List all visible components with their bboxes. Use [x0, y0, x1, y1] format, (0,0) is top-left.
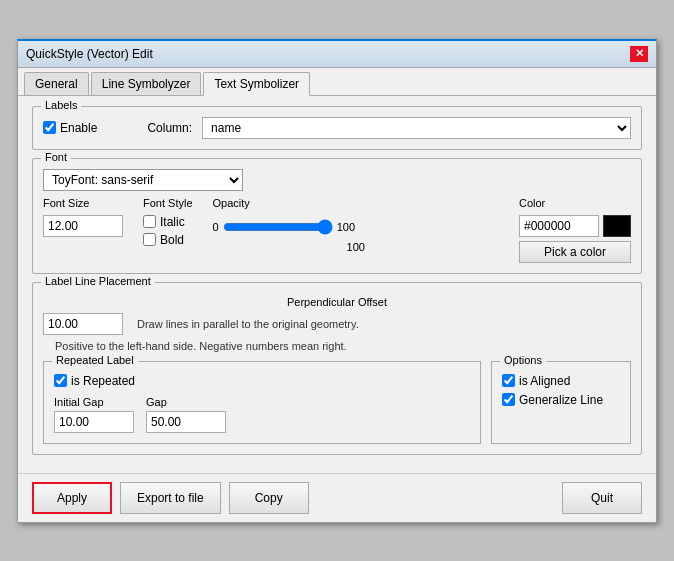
- content-area: Labels Enable Column: name Font ToyFont:…: [18, 96, 656, 473]
- enable-checkbox[interactable]: [43, 121, 56, 134]
- apply-button[interactable]: Apply: [32, 482, 112, 514]
- perp-offset-input[interactable]: [43, 313, 123, 335]
- labels-row: Enable Column: name: [43, 117, 631, 139]
- labels-group-label: Labels: [41, 99, 81, 111]
- color-label: Color: [519, 197, 631, 209]
- tab-line-symbolizer[interactable]: Line Symbolyzer: [91, 72, 202, 95]
- is-repeated-row: is Repeated: [54, 374, 470, 388]
- gap-input[interactable]: [146, 411, 226, 433]
- color-row: [519, 215, 631, 237]
- perp-offset-label: Perpendicular Offset: [287, 296, 387, 308]
- perp-desc2: Positive to the left-hand side. Negative…: [55, 340, 347, 352]
- color-col: Color Pick a color: [519, 197, 631, 263]
- generalize-line-row: Generalize Line: [502, 393, 620, 407]
- copy-button[interactable]: Copy: [229, 482, 309, 514]
- main-window: QuickStyle (Vector) Edit ✕ General Line …: [17, 39, 657, 523]
- labels-group: Labels Enable Column: name: [32, 106, 642, 150]
- opacity-min-label: 0: [213, 221, 219, 233]
- color-swatch[interactable]: [603, 215, 631, 237]
- italic-checkbox[interactable]: [143, 215, 156, 228]
- gap-label: Gap: [146, 396, 226, 408]
- perp-row: Draw lines in parallel to the original g…: [43, 313, 631, 335]
- font-style-col: Font Style Italic Bold: [143, 197, 193, 247]
- gap-fields: Initial Gap Gap: [54, 396, 470, 433]
- italic-row: Italic: [143, 215, 193, 229]
- is-aligned-checkbox[interactable]: [502, 374, 515, 387]
- generalize-line-checkbox[interactable]: [502, 393, 515, 406]
- options-box: Options is Aligned Generalize Line: [491, 361, 631, 444]
- font-style-label: Font Style: [143, 197, 193, 209]
- opacity-slider[interactable]: [223, 219, 333, 235]
- font-group: Font ToyFont: sans-serif Font Size Font …: [32, 158, 642, 274]
- initial-gap-col: Initial Gap: [54, 396, 134, 433]
- quit-button[interactable]: Quit: [562, 482, 642, 514]
- export-to-file-button[interactable]: Export to file: [120, 482, 221, 514]
- repeated-options: Repeated Label is Repeated Initial Gap: [43, 361, 631, 444]
- font-select[interactable]: ToyFont: sans-serif: [43, 169, 243, 191]
- italic-label: Italic: [160, 215, 185, 229]
- placement-group-label: Label Line Placement: [41, 275, 155, 287]
- bold-checkbox[interactable]: [143, 233, 156, 246]
- column-select[interactable]: name: [202, 117, 631, 139]
- repeated-box: Repeated Label is Repeated Initial Gap: [43, 361, 481, 444]
- close-button[interactable]: ✕: [630, 46, 648, 62]
- opacity-slider-container: 0 100: [213, 219, 499, 235]
- font-inner: Font Size Font Style Italic Bold: [43, 197, 631, 263]
- placement-inner: Perpendicular Offset Draw lines in paral…: [43, 295, 631, 444]
- perp-desc1: Draw lines in parallel to the original g…: [137, 318, 359, 330]
- title-bar: QuickStyle (Vector) Edit ✕: [18, 41, 656, 68]
- opacity-max-label: 100: [337, 221, 355, 233]
- font-group-label: Font: [41, 151, 71, 163]
- is-aligned-label: is Aligned: [519, 374, 570, 388]
- enable-checkbox-row: Enable: [43, 121, 97, 135]
- initial-gap-input[interactable]: [54, 411, 134, 433]
- font-size-col: Font Size: [43, 197, 123, 237]
- tab-text-symbolizer[interactable]: Text Symbolizer: [203, 72, 310, 96]
- column-label: Column:: [147, 121, 192, 135]
- color-hex-input[interactable]: [519, 215, 599, 237]
- enable-label: Enable: [60, 121, 97, 135]
- initial-gap-label: Initial Gap: [54, 396, 134, 408]
- opacity-col: Opacity 0 100 100: [213, 197, 499, 253]
- bold-row: Bold: [143, 233, 193, 247]
- tab-bar: General Line Symbolyzer Text Symbolizer: [18, 68, 656, 96]
- is-repeated-label: is Repeated: [71, 374, 135, 388]
- options-box-label: Options: [500, 354, 546, 366]
- repeated-box-label: Repeated Label: [52, 354, 138, 366]
- options-list: is Aligned Generalize Line: [502, 374, 620, 407]
- bottom-buttons: Apply Export to file Copy Quit: [18, 473, 656, 522]
- font-size-input[interactable]: [43, 215, 123, 237]
- gap-col: Gap: [146, 396, 226, 433]
- pick-color-button[interactable]: Pick a color: [519, 241, 631, 263]
- is-aligned-row: is Aligned: [502, 374, 620, 388]
- is-repeated-checkbox[interactable]: [54, 374, 67, 387]
- generalize-line-label: Generalize Line: [519, 393, 603, 407]
- font-size-label: Font Size: [43, 197, 123, 209]
- bold-label: Bold: [160, 233, 184, 247]
- window-title: QuickStyle (Vector) Edit: [26, 47, 153, 61]
- placement-group: Label Line Placement Perpendicular Offse…: [32, 282, 642, 455]
- opacity-label: Opacity: [213, 197, 499, 209]
- tab-general[interactable]: General: [24, 72, 89, 95]
- opacity-value: 100: [347, 241, 365, 253]
